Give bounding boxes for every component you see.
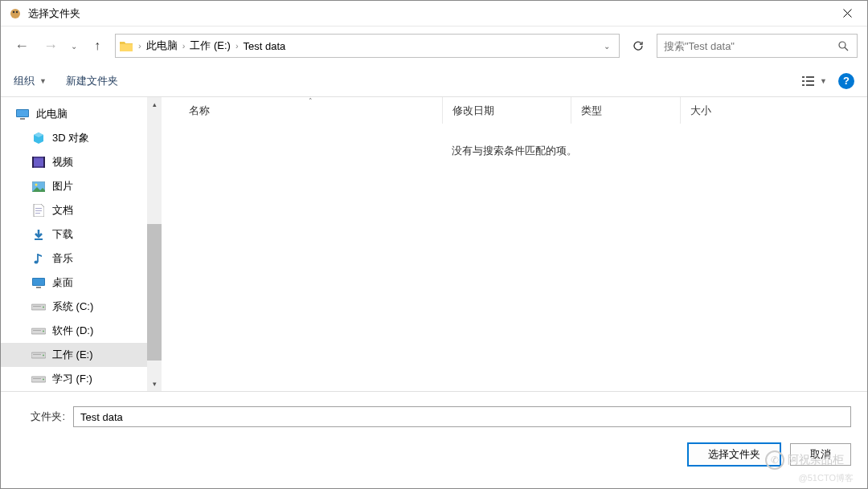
svg-rect-15 xyxy=(32,157,34,168)
svg-rect-25 xyxy=(33,279,44,285)
svg-rect-14 xyxy=(34,158,43,166)
drive-icon xyxy=(31,324,46,338)
history-dropdown[interactable]: ⌄ xyxy=(68,42,80,51)
chevron-right-icon: › xyxy=(182,41,186,51)
sort-indicator: ˄ xyxy=(309,97,313,105)
svg-rect-8 xyxy=(802,84,805,86)
chevron-right-icon: › xyxy=(138,41,141,51)
back-button[interactable]: ← xyxy=(10,35,33,57)
footer: 文件夹: 选择文件夹 取消 xyxy=(1,391,867,475)
svg-rect-12 xyxy=(20,118,25,120)
toolbar: 组织 ▼ 新建文件夹 ▼ ? xyxy=(1,65,867,97)
refresh-button[interactable] xyxy=(626,34,650,58)
svg-rect-21 xyxy=(35,213,40,214)
svg-rect-7 xyxy=(806,80,814,82)
desktop-icon xyxy=(31,275,46,290)
folder-field-label: 文件夹: xyxy=(17,410,65,424)
content-area: 此电脑3D 对象视频图片文档下载音乐桌面系统 (C:)软件 (D:)工作 (E:… xyxy=(1,97,867,391)
tree-root[interactable]: 此电脑 xyxy=(1,102,147,126)
tree-item[interactable]: 系统 (C:) xyxy=(1,295,147,319)
svg-rect-9 xyxy=(806,84,814,86)
svg-rect-34 xyxy=(33,354,41,355)
view-options-button[interactable]: ▼ xyxy=(802,75,827,87)
newfolder-label: 新建文件夹 xyxy=(66,74,118,88)
folder-name-input[interactable] xyxy=(73,406,851,427)
download-icon xyxy=(31,227,46,242)
svg-point-35 xyxy=(43,355,44,357)
svg-rect-28 xyxy=(33,306,41,307)
music-icon xyxy=(31,251,46,266)
folder-tree: 此电脑3D 对象视频图片文档下载音乐桌面系统 (C:)软件 (D:)工作 (E:… xyxy=(1,97,147,391)
titlebar: 选择文件夹 xyxy=(1,1,867,26)
scroll-down[interactable]: ▾ xyxy=(147,377,162,391)
empty-message: 没有与搜索条件匹配的项。 xyxy=(162,144,867,158)
scroll-thumb[interactable] xyxy=(147,224,162,361)
tree-item[interactable]: 桌面 xyxy=(1,271,147,295)
tree-item[interactable]: 文档 xyxy=(1,198,147,222)
svg-point-2 xyxy=(16,10,18,12)
folder-icon xyxy=(119,39,133,53)
nav-bar: ← → ⌄ ↑ › 此电脑 › 工作 (E:) › Test data ⌄ xyxy=(1,26,867,65)
close-button[interactable] xyxy=(829,2,866,26)
drive-icon xyxy=(31,300,46,314)
svg-rect-20 xyxy=(35,210,42,211)
tree-item[interactable]: 软件 (D:) xyxy=(1,319,147,343)
drive-icon xyxy=(31,348,46,362)
3d-icon xyxy=(31,131,46,145)
organize-label: 组织 xyxy=(14,74,35,88)
svg-rect-4 xyxy=(802,76,805,78)
forward-button[interactable]: → xyxy=(39,35,62,57)
svg-point-3 xyxy=(839,42,845,48)
svg-rect-37 xyxy=(33,378,41,379)
window-title: 选择文件夹 xyxy=(28,6,829,21)
tree-item[interactable]: 视频 xyxy=(1,150,147,174)
tree-item[interactable]: 音乐 xyxy=(1,247,147,271)
drive-icon xyxy=(31,372,46,386)
column-size[interactable]: 大小 xyxy=(681,97,867,124)
chevron-down-icon: ▼ xyxy=(820,77,827,85)
app-icon xyxy=(9,7,22,20)
breadcrumb-item[interactable]: 此电脑 xyxy=(146,39,178,53)
organize-menu[interactable]: 组织 ▼ xyxy=(14,74,47,88)
search-box[interactable] xyxy=(657,34,858,58)
file-list: 名称 ˄ 修改日期 类型 大小 没有与搜索条件匹配的项。 xyxy=(162,97,867,391)
svg-rect-26 xyxy=(36,287,41,288)
svg-point-23 xyxy=(35,261,39,264)
chevron-down-icon: ▼ xyxy=(39,77,47,85)
column-date[interactable]: 修改日期 xyxy=(443,97,571,124)
pc-icon xyxy=(15,107,30,121)
breadcrumb-item[interactable]: 工作 (E:) xyxy=(190,39,231,53)
cancel-button[interactable]: 取消 xyxy=(790,443,851,466)
svg-point-29 xyxy=(43,307,44,308)
tree-item[interactable]: 学习 (F:) xyxy=(1,367,147,391)
picture-icon xyxy=(31,179,46,194)
svg-point-1 xyxy=(13,10,14,12)
column-type[interactable]: 类型 xyxy=(571,97,681,124)
help-button[interactable]: ? xyxy=(838,73,854,89)
sidebar: 此电脑3D 对象视频图片文档下载音乐桌面系统 (C:)软件 (D:)工作 (E:… xyxy=(1,97,162,391)
search-input[interactable] xyxy=(664,40,836,52)
select-folder-button[interactable]: 选择文件夹 xyxy=(688,443,780,466)
tree-item[interactable]: 下载 xyxy=(1,222,147,247)
svg-point-32 xyxy=(43,331,44,332)
column-name[interactable]: 名称 ˄ xyxy=(179,97,443,124)
svg-point-18 xyxy=(35,183,38,185)
search-icon[interactable] xyxy=(836,40,850,51)
scroll-up[interactable]: ▴ xyxy=(147,97,162,112)
sidebar-scrollbar[interactable]: ▴ ▾ xyxy=(147,97,162,391)
document-icon xyxy=(31,203,46,218)
address-dropdown[interactable]: ⌄ xyxy=(598,42,616,51)
svg-rect-16 xyxy=(43,157,45,168)
svg-rect-11 xyxy=(17,110,28,116)
breadcrumb: › 此电脑 › 工作 (E:) › Test data xyxy=(138,39,285,53)
new-folder-button[interactable]: 新建文件夹 xyxy=(66,74,118,88)
address-bar[interactable]: › 此电脑 › 工作 (E:) › Test data ⌄ xyxy=(115,34,620,58)
up-button[interactable]: ↑ xyxy=(86,35,108,57)
breadcrumb-item[interactable]: Test data xyxy=(244,40,286,52)
svg-point-0 xyxy=(10,9,20,18)
video-icon xyxy=(31,155,46,169)
tree-item[interactable]: 图片 xyxy=(1,174,147,198)
tree-item[interactable]: 工作 (E:) xyxy=(1,343,147,367)
svg-rect-19 xyxy=(35,208,42,209)
tree-item[interactable]: 3D 对象 xyxy=(1,126,147,150)
